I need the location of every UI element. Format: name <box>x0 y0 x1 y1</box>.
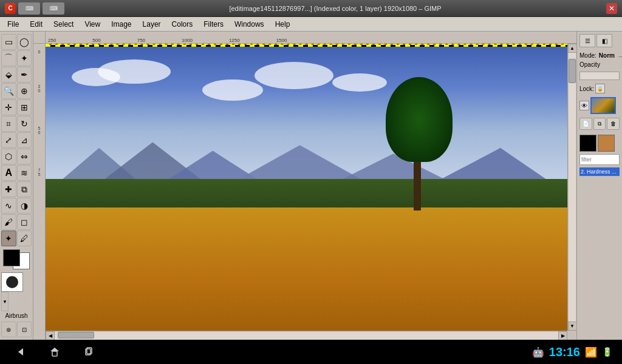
new-layer-btn[interactable]: 📄 <box>579 118 592 130</box>
heal-tool[interactable]: ✚ <box>1 181 16 197</box>
ruler-left: 0 20 50 75 <box>33 44 46 340</box>
menu-help[interactable]: Help <box>270 19 295 30</box>
home-icon <box>49 346 61 358</box>
menu-file[interactable]: File <box>2 19 24 30</box>
tool-row-1: ▭ ◯ <box>1 34 32 50</box>
move-tool[interactable]: ✛ <box>1 99 16 115</box>
back-icon <box>15 346 27 358</box>
rectangle-select-tool[interactable]: ▭ <box>1 34 16 50</box>
horizontal-scrollbar[interactable]: ◀ ▶ <box>46 331 567 340</box>
scroll-left-btn[interactable]: ◀ <box>46 331 55 340</box>
eraser-tool[interactable]: ◻ <box>17 214 32 230</box>
ruler-mark-7: 75 <box>38 168 41 177</box>
align-tool[interactable]: ⊞ <box>17 99 32 115</box>
channels-tab[interactable]: ◧ <box>596 34 612 47</box>
paintbrush-tool[interactable]: 🖌 <box>1 214 16 230</box>
paths-tool[interactable]: ⬙ <box>1 67 16 83</box>
flip-tool[interactable]: ⇔ <box>17 149 32 164</box>
recents-button[interactable] <box>78 344 100 360</box>
tool-row-11: ∿ ◑ <box>1 198 32 214</box>
layer-visibility-toggle[interactable]: 👁 <box>579 101 589 110</box>
brush-shape <box>6 276 18 288</box>
zoom-tool[interactable]: 🔍 <box>1 83 16 99</box>
status-icons: 🤖 13:16 📶 🔋 <box>532 345 612 359</box>
svg-marker-6 <box>18 348 23 356</box>
kb-icon-1[interactable]: ⌨ <box>18 2 40 15</box>
brush-preview[interactable] <box>1 272 23 292</box>
duplicate-layer-btn[interactable]: ⧉ <box>593 118 606 130</box>
perspective-tool[interactable]: ⬡ <box>1 149 16 164</box>
layers-tab[interactable]: ☰ <box>579 34 595 47</box>
menu-colors[interactable]: Colors <box>167 19 198 30</box>
airbrush-tool[interactable]: ✦ <box>1 231 16 246</box>
field-layer <box>46 207 567 331</box>
layers-panel: ☰ ◧ Mode: Norm ... Opacity Lock: 🔒 👁 📄 ⧉ <box>576 32 622 340</box>
text-tool[interactable]: A <box>1 165 16 181</box>
menu-image[interactable]: Image <box>106 19 136 30</box>
layer-thumbnail[interactable] <box>590 97 616 114</box>
ruler-marks: 250 500 750 1000 1250 1500 <box>46 32 287 43</box>
canvas-area: 250 500 750 1000 1250 1500 0 20 50 75 <box>33 32 576 340</box>
ruler-mark-1000: 1000 <box>182 38 193 43</box>
canvas-container[interactable] <box>46 44 567 331</box>
brush-options[interactable]: ▼ <box>1 292 9 311</box>
ink-tool[interactable]: 🖊 <box>17 231 32 246</box>
opacity-slider[interactable] <box>579 72 620 80</box>
battery-icon: 🔋 <box>602 347 612 357</box>
filter-input[interactable] <box>579 154 620 165</box>
delete-layer-btn[interactable]: 🗑 <box>607 118 620 130</box>
back-button[interactable] <box>10 344 32 360</box>
scroll-thumb-v[interactable] <box>569 59 576 83</box>
home-button[interactable] <box>44 344 66 360</box>
rotate-tool[interactable]: ↻ <box>17 116 32 132</box>
scroll-up-btn[interactable]: ▲ <box>568 44 577 53</box>
color-selector[interactable] <box>3 249 30 269</box>
ruler-corner <box>33 32 46 44</box>
swatch-black[interactable] <box>579 135 596 152</box>
measure-tool[interactable]: ⊕ <box>17 83 32 99</box>
cloud-2 <box>98 59 171 84</box>
tool-row-4: 🔍 ⊕ <box>1 83 32 99</box>
vertical-scrollbar[interactable]: ▲ ▼ <box>567 44 576 331</box>
menu-edit[interactable]: Edit <box>25 19 47 30</box>
scroll-right-btn[interactable]: ▶ <box>558 331 567 340</box>
tool-row-3: ⬙ ✒ <box>1 67 32 83</box>
lock-pixels-btn[interactable]: 🔒 <box>595 84 605 93</box>
smudge-tool[interactable]: ∿ <box>1 198 16 214</box>
lock-row: Lock: 🔒 <box>579 84 620 93</box>
fuzzy-select-tool[interactable]: ✦ <box>17 50 32 66</box>
selection-border-top <box>46 45 567 47</box>
crop-tool[interactable]: ⌗ <box>1 116 16 132</box>
menu-windows[interactable]: Windows <box>230 19 269 30</box>
close-button[interactable]: ✕ <box>606 3 617 14</box>
menu-view[interactable]: View <box>80 19 105 30</box>
nav-buttons <box>10 344 100 360</box>
opacity-row: Opacity <box>579 61 620 68</box>
foreground-color[interactable] <box>3 249 20 266</box>
scroll-thumb-h[interactable] <box>58 332 94 339</box>
device-status-btn[interactable]: ⊡ <box>17 322 32 337</box>
kb-icon-2[interactable]: ⌨ <box>43 2 64 15</box>
scale-tool[interactable]: ⤢ <box>1 132 16 148</box>
toolbox: ▭ ◯ ⌒ ✦ ⬙ ✒ 🔍 ⊕ ✛ ⊞ ⌗ ↻ ⤢ ⊿ ⬡ ⇔ <box>0 32 33 340</box>
keyboard-icons: ⌨ ⌨ <box>18 2 64 15</box>
warp-tool[interactable]: ≋ <box>17 165 32 181</box>
color-picker-tool[interactable]: ✒ <box>17 67 32 83</box>
scroll-down-btn[interactable]: ▼ <box>568 322 577 331</box>
tool-options-btn[interactable]: ⊛ <box>1 322 16 337</box>
menu-layer[interactable]: Layer <box>138 19 166 30</box>
free-select-tool[interactable]: ⌒ <box>1 50 16 66</box>
menu-filters[interactable]: Filters <box>199 19 228 30</box>
swatch-brown[interactable] <box>598 135 615 152</box>
layer-item[interactable]: 2. Hardness ... <box>579 167 620 177</box>
app-icon: C <box>5 3 16 14</box>
menu-select[interactable]: Select <box>49 19 78 30</box>
ellipse-select-tool[interactable]: ◯ <box>17 34 32 50</box>
shear-tool[interactable]: ⊿ <box>17 132 32 148</box>
clone-tool[interactable]: ⧉ <box>17 181 32 197</box>
wifi-icon: 📶 <box>585 346 597 358</box>
brush-preview-area: ▼ <box>1 272 32 311</box>
tool-row-bottom: ⊛ ⊡ <box>1 322 32 337</box>
dodge-burn-tool[interactable]: ◑ <box>17 198 32 214</box>
tool-row-8: ⬡ ⇔ <box>1 149 32 164</box>
